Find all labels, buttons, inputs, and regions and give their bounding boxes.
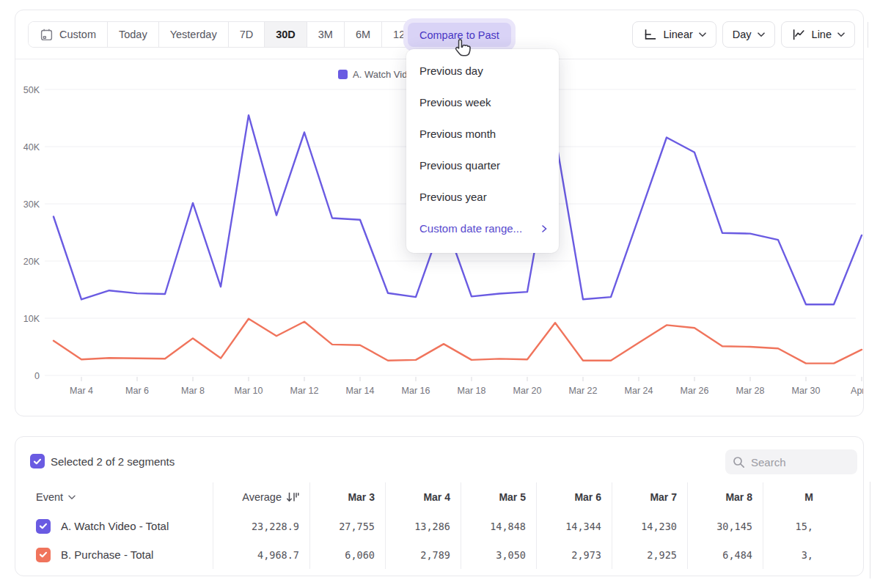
segments-card: Selected 2 of 2 segments Event Average	[15, 436, 864, 576]
cell-value-clipped: 3,	[802, 549, 813, 561]
svg-text:50K: 50K	[23, 85, 40, 95]
menu-item-previous-week[interactable]: Previous week	[406, 87, 559, 118]
date-column-header[interactable]: Mar 6	[537, 482, 612, 512]
chevron-down-icon	[837, 32, 845, 37]
date-column-header[interactable]: Mar 7	[612, 482, 688, 512]
date-column-header[interactable]: Mar 4	[386, 482, 461, 512]
checkmark-icon	[33, 457, 42, 466]
date-range-group: Custom Today Yesterday 7D 30D 3M 6M 12M	[28, 21, 425, 48]
menu-item-previous-quarter[interactable]: Previous quarter	[406, 150, 559, 181]
svg-text:Apr 1: Apr 1	[851, 386, 863, 396]
table-body: A. Watch Video - Total 23,228.9 27,755 1…	[15, 512, 816, 569]
analytics-page: Custom Today Yesterday 7D 30D 3M 6M 12M …	[0, 0, 880, 588]
date-range-30d-button[interactable]: 30D	[265, 22, 307, 47]
menu-item-previous-month[interactable]: Previous month	[406, 118, 559, 150]
cell-value: 2,973	[571, 549, 601, 561]
segments-header: Selected 2 of 2 segments	[15, 437, 863, 482]
svg-text:30K: 30K	[23, 199, 40, 210]
scale-select-button[interactable]: Linear	[632, 21, 716, 48]
segment-b-checkbox[interactable]	[36, 548, 51, 562]
table-header-row: Event Average Mar 3 Mar 4 Mar 5 Mar 6 Ma…	[15, 482, 816, 512]
chart-type-select-button[interactable]: Line	[781, 21, 855, 48]
svg-text:20K: 20K	[23, 257, 40, 267]
svg-text:Mar 18: Mar 18	[458, 386, 486, 396]
average-value: 4,968.7	[257, 549, 299, 561]
chevron-down-icon	[758, 32, 765, 37]
average-column-header[interactable]: Average	[213, 482, 310, 512]
menu-item-custom-date-range[interactable]: Custom date range...	[406, 213, 559, 244]
svg-text:Mar 24: Mar 24	[625, 386, 653, 396]
date-range-7d-button[interactable]: 7D	[229, 22, 265, 47]
svg-text:0: 0	[34, 371, 40, 381]
date-range-6m-button[interactable]: 6M	[345, 22, 382, 47]
checkmark-icon	[39, 551, 48, 559]
chevron-right-icon	[542, 225, 547, 232]
cell-value: 6,484	[722, 549, 752, 561]
segment-a-checkbox[interactable]	[36, 519, 51, 534]
chart-card: Custom Today Yesterday 7D 30D 3M 6M 12M …	[15, 10, 864, 416]
checkmark-icon	[39, 522, 48, 530]
search-input[interactable]	[751, 456, 846, 468]
calendar-icon	[40, 28, 54, 42]
table-row: A. Watch Video - Total 23,228.9 27,755 1…	[15, 512, 816, 540]
date-range-3m-button[interactable]: 3M	[307, 22, 345, 47]
svg-text:40K: 40K	[23, 142, 40, 152]
selected-count-label: Selected 2 of 2 segments	[51, 455, 175, 468]
svg-text:Mar 6: Mar 6	[125, 386, 149, 396]
cell-value: 3,050	[496, 549, 526, 561]
date-column-header[interactable]: Mar 3	[310, 482, 386, 512]
cell-value: 30,145	[716, 521, 752, 532]
scrollbar-fragment[interactable]	[868, 22, 868, 48]
cell-value: 14,848	[490, 521, 526, 532]
svg-text:Mar 30: Mar 30	[792, 386, 821, 396]
chevron-down-icon	[68, 495, 76, 500]
cell-value: 14,230	[641, 521, 677, 532]
svg-text:Mar 26: Mar 26	[681, 386, 709, 396]
chart-options-group: Linear Day Line	[632, 21, 855, 48]
average-value: 23,228.9	[252, 521, 299, 532]
svg-text:Mar 4: Mar 4	[70, 386, 93, 396]
svg-text:Mar 20: Mar 20	[513, 386, 542, 396]
svg-text:Mar 12: Mar 12	[290, 386, 319, 396]
event-column-header[interactable]: Event	[15, 482, 213, 512]
svg-text:Mar 14: Mar 14	[346, 386, 375, 396]
interval-select-button[interactable]: Day	[722, 21, 775, 48]
segment-a-label: A. Watch Video - Total	[61, 520, 169, 532]
cell-value: 2,789	[420, 549, 450, 561]
cell-value: 27,755	[339, 521, 375, 532]
date-range-label: Custom	[59, 29, 96, 40]
segments-table: Event Average Mar 3 Mar 4 Mar 5 Mar 6 Ma…	[15, 482, 816, 569]
table-row: B. Purchase - Total 4,968.7 6,060 2,789 …	[15, 540, 816, 569]
svg-text:Mar 10: Mar 10	[235, 386, 263, 396]
svg-text:Mar 22: Mar 22	[569, 386, 598, 396]
svg-text:Mar 8: Mar 8	[181, 386, 205, 396]
search-box[interactable]	[725, 449, 857, 474]
date-column-header[interactable]: Mar 5	[461, 482, 537, 512]
compare-to-past-button[interactable]: Compare to Past	[408, 23, 511, 47]
chevron-down-icon	[699, 32, 706, 37]
svg-text:Mar 16: Mar 16	[402, 386, 430, 396]
cell-value-clipped: 15,	[796, 521, 813, 532]
scrollbar-fragment[interactable]	[870, 482, 870, 578]
search-icon	[733, 456, 745, 468]
cell-value: 6,060	[345, 549, 375, 561]
date-column-header-clipped: M	[763, 482, 816, 512]
date-range-today-button[interactable]: Today	[108, 22, 159, 47]
cell-value: 2,925	[647, 549, 677, 561]
line-chart-icon	[791, 27, 806, 42]
svg-text:Mar 28: Mar 28	[736, 386, 765, 396]
date-range-yesterday-button[interactable]: Yesterday	[159, 22, 229, 47]
linear-axis-icon	[642, 27, 657, 42]
select-all-checkbox[interactable]	[30, 454, 45, 468]
date-column-header[interactable]: Mar 8	[688, 482, 763, 512]
menu-item-previous-day[interactable]: Previous day	[406, 55, 559, 87]
cell-value: 13,286	[414, 521, 450, 532]
svg-text:10K: 10K	[23, 314, 40, 324]
cell-value: 14,344	[565, 521, 601, 532]
segment-b-label: B. Purchase - Total	[61, 548, 153, 561]
menu-item-previous-year[interactable]: Previous year	[406, 181, 559, 213]
sort-descending-icon	[286, 491, 299, 503]
date-range-custom-button[interactable]: Custom	[29, 22, 108, 47]
compare-dropdown-menu: Previous day Previous week Previous mont…	[406, 49, 559, 253]
